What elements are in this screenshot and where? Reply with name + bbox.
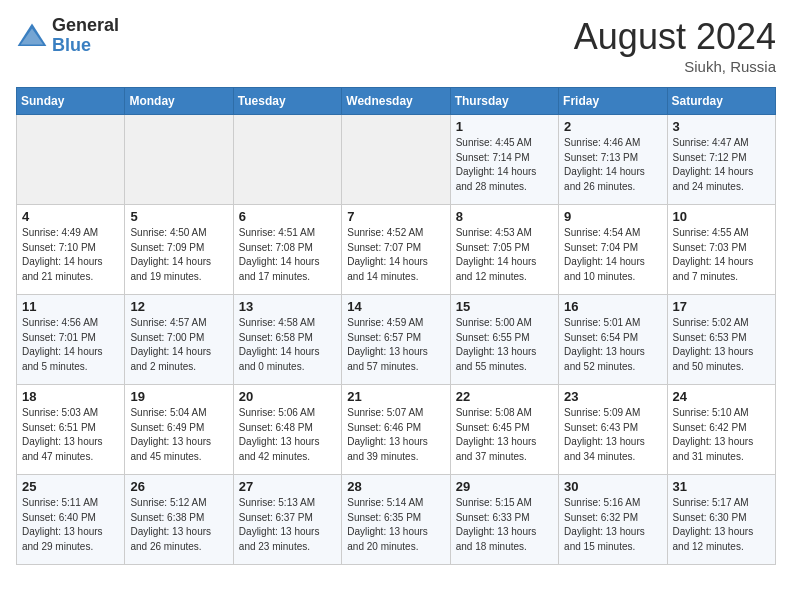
day-info: Sunrise: 4:51 AMSunset: 7:08 PMDaylight:… <box>239 226 336 284</box>
day-cell: 7Sunrise: 4:52 AMSunset: 7:07 PMDaylight… <box>342 205 450 295</box>
day-info: Sunrise: 5:01 AMSunset: 6:54 PMDaylight:… <box>564 316 661 374</box>
header-row: SundayMondayTuesdayWednesdayThursdayFrid… <box>17 88 776 115</box>
day-number: 1 <box>456 119 553 134</box>
day-cell <box>125 115 233 205</box>
day-number: 24 <box>673 389 770 404</box>
week-row-2: 4Sunrise: 4:49 AMSunset: 7:10 PMDaylight… <box>17 205 776 295</box>
day-number: 16 <box>564 299 661 314</box>
day-info: Sunrise: 5:02 AMSunset: 6:53 PMDaylight:… <box>673 316 770 374</box>
logo: General Blue <box>16 16 119 56</box>
day-info: Sunrise: 5:06 AMSunset: 6:48 PMDaylight:… <box>239 406 336 464</box>
day-number: 19 <box>130 389 227 404</box>
week-row-5: 25Sunrise: 5:11 AMSunset: 6:40 PMDayligh… <box>17 475 776 565</box>
day-cell: 11Sunrise: 4:56 AMSunset: 7:01 PMDayligh… <box>17 295 125 385</box>
day-cell <box>17 115 125 205</box>
day-info: Sunrise: 5:16 AMSunset: 6:32 PMDaylight:… <box>564 496 661 554</box>
day-number: 5 <box>130 209 227 224</box>
day-number: 6 <box>239 209 336 224</box>
day-info: Sunrise: 5:14 AMSunset: 6:35 PMDaylight:… <box>347 496 444 554</box>
title-block: August 2024 Siukh, Russia <box>574 16 776 75</box>
day-info: Sunrise: 4:45 AMSunset: 7:14 PMDaylight:… <box>456 136 553 194</box>
day-cell: 1Sunrise: 4:45 AMSunset: 7:14 PMDaylight… <box>450 115 558 205</box>
day-cell: 3Sunrise: 4:47 AMSunset: 7:12 PMDaylight… <box>667 115 775 205</box>
calendar-header: SundayMondayTuesdayWednesdayThursdayFrid… <box>17 88 776 115</box>
day-number: 31 <box>673 479 770 494</box>
week-row-4: 18Sunrise: 5:03 AMSunset: 6:51 PMDayligh… <box>17 385 776 475</box>
day-cell: 31Sunrise: 5:17 AMSunset: 6:30 PMDayligh… <box>667 475 775 565</box>
day-number: 4 <box>22 209 119 224</box>
day-number: 23 <box>564 389 661 404</box>
day-info: Sunrise: 4:59 AMSunset: 6:57 PMDaylight:… <box>347 316 444 374</box>
day-cell: 25Sunrise: 5:11 AMSunset: 6:40 PMDayligh… <box>17 475 125 565</box>
day-info: Sunrise: 5:07 AMSunset: 6:46 PMDaylight:… <box>347 406 444 464</box>
day-info: Sunrise: 4:58 AMSunset: 6:58 PMDaylight:… <box>239 316 336 374</box>
day-cell: 27Sunrise: 5:13 AMSunset: 6:37 PMDayligh… <box>233 475 341 565</box>
day-info: Sunrise: 4:55 AMSunset: 7:03 PMDaylight:… <box>673 226 770 284</box>
day-number: 28 <box>347 479 444 494</box>
day-info: Sunrise: 4:47 AMSunset: 7:12 PMDaylight:… <box>673 136 770 194</box>
col-header-tuesday: Tuesday <box>233 88 341 115</box>
page-header: General Blue August 2024 Siukh, Russia <box>16 16 776 75</box>
col-header-monday: Monday <box>125 88 233 115</box>
col-header-wednesday: Wednesday <box>342 88 450 115</box>
day-number: 20 <box>239 389 336 404</box>
day-cell: 14Sunrise: 4:59 AMSunset: 6:57 PMDayligh… <box>342 295 450 385</box>
day-info: Sunrise: 4:49 AMSunset: 7:10 PMDaylight:… <box>22 226 119 284</box>
day-info: Sunrise: 5:08 AMSunset: 6:45 PMDaylight:… <box>456 406 553 464</box>
location: Siukh, Russia <box>574 58 776 75</box>
day-cell: 28Sunrise: 5:14 AMSunset: 6:35 PMDayligh… <box>342 475 450 565</box>
day-number: 2 <box>564 119 661 134</box>
day-cell: 2Sunrise: 4:46 AMSunset: 7:13 PMDaylight… <box>559 115 667 205</box>
day-number: 13 <box>239 299 336 314</box>
day-cell: 6Sunrise: 4:51 AMSunset: 7:08 PMDaylight… <box>233 205 341 295</box>
day-cell: 22Sunrise: 5:08 AMSunset: 6:45 PMDayligh… <box>450 385 558 475</box>
col-header-friday: Friday <box>559 88 667 115</box>
day-info: Sunrise: 5:13 AMSunset: 6:37 PMDaylight:… <box>239 496 336 554</box>
day-info: Sunrise: 5:17 AMSunset: 6:30 PMDaylight:… <box>673 496 770 554</box>
day-cell: 21Sunrise: 5:07 AMSunset: 6:46 PMDayligh… <box>342 385 450 475</box>
day-cell: 15Sunrise: 5:00 AMSunset: 6:55 PMDayligh… <box>450 295 558 385</box>
day-number: 17 <box>673 299 770 314</box>
day-info: Sunrise: 4:54 AMSunset: 7:04 PMDaylight:… <box>564 226 661 284</box>
day-info: Sunrise: 4:52 AMSunset: 7:07 PMDaylight:… <box>347 226 444 284</box>
day-info: Sunrise: 5:04 AMSunset: 6:49 PMDaylight:… <box>130 406 227 464</box>
day-cell <box>233 115 341 205</box>
day-number: 9 <box>564 209 661 224</box>
day-number: 25 <box>22 479 119 494</box>
day-number: 14 <box>347 299 444 314</box>
day-cell: 17Sunrise: 5:02 AMSunset: 6:53 PMDayligh… <box>667 295 775 385</box>
day-number: 30 <box>564 479 661 494</box>
day-cell: 4Sunrise: 4:49 AMSunset: 7:10 PMDaylight… <box>17 205 125 295</box>
col-header-saturday: Saturday <box>667 88 775 115</box>
logo-icon <box>16 22 48 50</box>
day-info: Sunrise: 4:46 AMSunset: 7:13 PMDaylight:… <box>564 136 661 194</box>
day-cell: 26Sunrise: 5:12 AMSunset: 6:38 PMDayligh… <box>125 475 233 565</box>
logo-line2: Blue <box>52 36 119 56</box>
day-info: Sunrise: 5:00 AMSunset: 6:55 PMDaylight:… <box>456 316 553 374</box>
day-info: Sunrise: 4:50 AMSunset: 7:09 PMDaylight:… <box>130 226 227 284</box>
day-cell: 8Sunrise: 4:53 AMSunset: 7:05 PMDaylight… <box>450 205 558 295</box>
day-number: 10 <box>673 209 770 224</box>
day-number: 27 <box>239 479 336 494</box>
day-cell: 9Sunrise: 4:54 AMSunset: 7:04 PMDaylight… <box>559 205 667 295</box>
day-number: 18 <box>22 389 119 404</box>
day-cell: 13Sunrise: 4:58 AMSunset: 6:58 PMDayligh… <box>233 295 341 385</box>
day-info: Sunrise: 5:03 AMSunset: 6:51 PMDaylight:… <box>22 406 119 464</box>
day-number: 11 <box>22 299 119 314</box>
day-cell: 12Sunrise: 4:57 AMSunset: 7:00 PMDayligh… <box>125 295 233 385</box>
col-header-thursday: Thursday <box>450 88 558 115</box>
day-number: 29 <box>456 479 553 494</box>
day-cell: 10Sunrise: 4:55 AMSunset: 7:03 PMDayligh… <box>667 205 775 295</box>
day-info: Sunrise: 5:11 AMSunset: 6:40 PMDaylight:… <box>22 496 119 554</box>
calendar-table: SundayMondayTuesdayWednesdayThursdayFrid… <box>16 87 776 565</box>
day-number: 8 <box>456 209 553 224</box>
week-row-1: 1Sunrise: 4:45 AMSunset: 7:14 PMDaylight… <box>17 115 776 205</box>
day-info: Sunrise: 5:15 AMSunset: 6:33 PMDaylight:… <box>456 496 553 554</box>
day-info: Sunrise: 5:09 AMSunset: 6:43 PMDaylight:… <box>564 406 661 464</box>
day-cell: 23Sunrise: 5:09 AMSunset: 6:43 PMDayligh… <box>559 385 667 475</box>
day-info: Sunrise: 4:57 AMSunset: 7:00 PMDaylight:… <box>130 316 227 374</box>
day-number: 22 <box>456 389 553 404</box>
week-row-3: 11Sunrise: 4:56 AMSunset: 7:01 PMDayligh… <box>17 295 776 385</box>
day-cell: 18Sunrise: 5:03 AMSunset: 6:51 PMDayligh… <box>17 385 125 475</box>
logo-line1: General <box>52 16 119 36</box>
